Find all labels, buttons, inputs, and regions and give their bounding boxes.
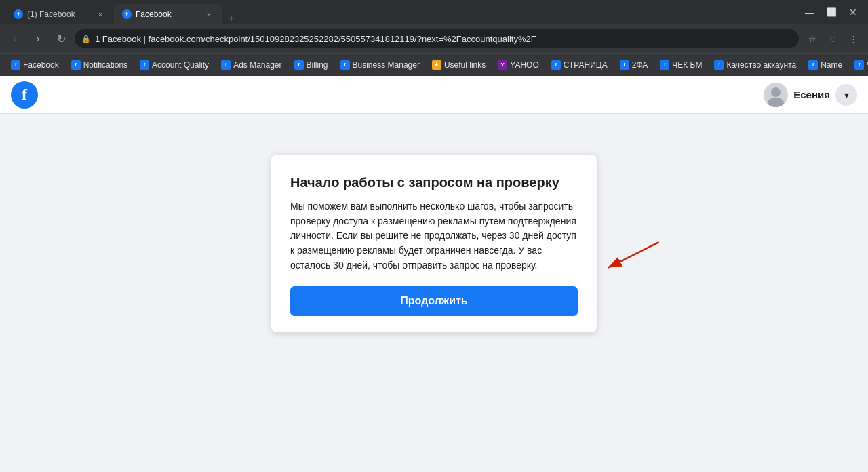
bookmark-ads-manager[interactable]: f Ads Manager (216, 58, 287, 73)
bookmark-name[interactable]: f Name (803, 58, 848, 73)
restore-button[interactable]: ⬜ (822, 3, 841, 22)
extensions-button[interactable]: ⬡ (823, 29, 842, 48)
bm-favicon-stranitsa: f (551, 60, 561, 70)
bm-label-business-manager: Business Manager (353, 60, 420, 70)
bm-favicon-facebook: f (11, 60, 20, 70)
minimize-button[interactable]: — (800, 3, 819, 22)
bm-favicon-useful-links: ★ (432, 60, 441, 70)
header-right: Есения ▾ (764, 83, 857, 107)
bm-label-notifications: Notifications (83, 60, 127, 70)
bookmark-chek-selfi[interactable]: f ЧЕК СЕЛФИ (849, 58, 868, 73)
bm-label-chek-bm: ЧЕК БМ (672, 60, 702, 70)
title-bar: f (1) Facebook × f Facebook × + — ⬜ ✕ (0, 0, 868, 24)
tab-close-2[interactable]: × (203, 9, 214, 20)
page-content: Начало работы с запросом на проверку Мы … (0, 114, 868, 472)
address-bar[interactable]: 🔒 1 Facebook | facebook.com/checkpoint/1… (75, 29, 799, 48)
bm-label-ads-manager: Ads Manager (233, 60, 281, 70)
close-button[interactable]: ✕ (844, 3, 863, 22)
tab-favicon-2: f (122, 9, 132, 19)
bm-label-useful-links: Useful links (444, 60, 486, 70)
continue-button[interactable]: Продолжить (290, 286, 578, 316)
bm-favicon-ads-manager: f (221, 60, 231, 70)
bm-favicon-billing: f (294, 60, 304, 70)
arrow-annotation (597, 236, 665, 279)
bm-label-billing: Billing (307, 60, 328, 70)
bm-favicon-2fa: f (620, 60, 629, 70)
bookmarks-bar: f Facebook f Notifications f Account Qua… (0, 53, 868, 76)
bookmark-kachestvo[interactable]: f Качество аккаунта (709, 58, 802, 73)
bookmark-useful-links[interactable]: ★ Useful links (427, 58, 491, 73)
window-controls: — ⬜ ✕ (800, 3, 863, 22)
address-text: 1 Facebook | facebook.com/checkpoint/150… (95, 34, 792, 44)
bm-favicon-kachestvo: f (714, 60, 724, 70)
tab-favicon-1: f (14, 9, 23, 19)
bm-favicon-account-quality: f (140, 60, 149, 70)
red-arrow-svg (597, 236, 665, 277)
username-label: Есения (793, 89, 830, 100)
bookmark-2fa[interactable]: f 2ФА (614, 58, 654, 73)
bookmark-facebook[interactable]: f Facebook (5, 58, 64, 73)
bm-favicon-business-manager: f (340, 60, 350, 70)
navigation-bar: ‹ › ↻ 🔒 1 Facebook | facebook.com/checkp… (0, 24, 868, 53)
forward-button[interactable]: › (28, 29, 47, 48)
bm-label-kachestvo: Качество аккаунта (726, 60, 796, 70)
bm-favicon-yahoo: Y (498, 60, 507, 70)
lock-icon: 🔒 (81, 35, 91, 43)
facebook-logo[interactable]: f (11, 81, 38, 109)
bookmark-chek-bm[interactable]: f ЧЕК БМ (654, 58, 707, 73)
tab-2[interactable]: f Facebook × (114, 4, 222, 24)
menu-button[interactable]: ⋮ (844, 29, 863, 48)
bm-label-2fa: 2ФА (632, 60, 648, 70)
bm-label-stranitsa: СТРАНИЦА (564, 60, 608, 70)
bm-favicon-name: f (808, 60, 818, 70)
back-button[interactable]: ‹ (5, 29, 24, 48)
bookmark-stranitsa[interactable]: f СТРАНИЦА (546, 58, 613, 73)
reload-button[interactable]: ↻ (52, 29, 71, 48)
dialog-card: Начало работы с запросом на проверку Мы … (271, 155, 597, 332)
bm-favicon-notifications: f (71, 60, 81, 70)
bookmark-notifications[interactable]: f Notifications (66, 58, 133, 73)
bm-label-yahoo: YAHOO (510, 60, 538, 70)
bm-label-account-quality: Account Quality (152, 60, 209, 70)
tab-bar: f (1) Facebook × f Facebook × + (5, 0, 800, 24)
facebook-logo-letter: f (22, 85, 27, 104)
browser-window: f (1) Facebook × f Facebook × + — ⬜ ✕ ‹ … (0, 0, 868, 472)
bookmark-billing[interactable]: f Billing (289, 58, 334, 73)
chevron-down-icon: ▾ (844, 90, 849, 100)
bookmark-account-quality[interactable]: f Account Quality (134, 58, 214, 73)
facebook-header: f Есения ▾ (0, 76, 868, 114)
avatar-svg (764, 83, 788, 107)
bookmark-yahoo[interactable]: Y YAHOO (492, 58, 544, 73)
bm-favicon-chek-selfi: f (854, 60, 864, 70)
svg-point-1 (771, 87, 781, 97)
tab-title-1: (1) Facebook (27, 9, 91, 19)
bm-label-name: Name (821, 60, 842, 70)
tab-1[interactable]: f (1) Facebook × (5, 4, 114, 24)
bm-label-facebook: Facebook (23, 60, 59, 70)
nav-actions: ☆ ⬡ ⋮ (803, 29, 863, 48)
bookmark-business-manager[interactable]: f Business Manager (335, 58, 425, 73)
bm-favicon-chek-bm: f (660, 60, 669, 70)
bookmark-star-button[interactable]: ☆ (803, 29, 822, 48)
tab-title-2: Facebook (136, 9, 199, 19)
dialog-body: Мы поможем вам выполнить несколько шагов… (290, 199, 578, 273)
header-dropdown-button[interactable]: ▾ (835, 84, 857, 106)
tab-close-1[interactable]: × (95, 9, 106, 20)
user-avatar (764, 83, 788, 107)
new-tab-button[interactable]: + (222, 12, 239, 24)
dialog-title: Начало работы с запросом на проверку (290, 174, 578, 191)
svg-line-4 (608, 242, 659, 268)
